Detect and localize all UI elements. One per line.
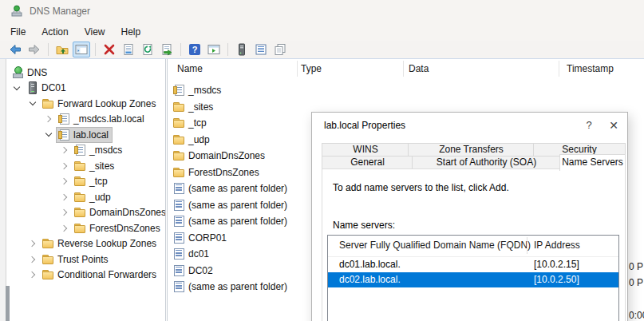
window-title: DNS Manager xyxy=(30,6,90,17)
forward-button[interactable] xyxy=(26,42,43,57)
properties-button[interactable] xyxy=(120,42,137,57)
tab-general[interactable]: General xyxy=(322,156,413,169)
console-window-button[interactable] xyxy=(205,42,223,57)
folder-icon xyxy=(41,237,54,250)
menu-help[interactable]: Help xyxy=(113,23,149,41)
column-separator[interactable] xyxy=(559,61,559,77)
tree-item-msdcs[interactable]: _msdcs xyxy=(10,143,165,159)
zone-icon xyxy=(73,144,86,157)
timestamp-fragment: 0 P xyxy=(629,261,643,272)
record-icon xyxy=(172,264,185,277)
tab-wins[interactable]: WINS xyxy=(322,143,409,157)
tab-name-servers[interactable]: Name Servers xyxy=(559,154,626,171)
timestamp-fragment: 0:00 xyxy=(629,310,644,321)
folder-icon xyxy=(172,101,185,113)
column-separator[interactable] xyxy=(297,61,298,77)
chevron-down-icon[interactable] xyxy=(41,127,56,143)
tree-item-conditional-forwarders[interactable]: Conditional Forwarders xyxy=(10,268,165,283)
column-separator[interactable] xyxy=(403,61,404,77)
title-bar: DNS Manager xyxy=(0,0,644,23)
dialog-help-button[interactable]: ? xyxy=(578,117,600,134)
export-list-button[interactable] xyxy=(158,42,176,57)
folder-icon xyxy=(41,253,54,266)
menu-file[interactable]: File xyxy=(2,23,34,41)
server-icon xyxy=(26,81,38,94)
tree-item-sites[interactable]: _sites xyxy=(10,158,165,174)
folder-icon xyxy=(172,166,185,179)
tree-item-dc01[interactable]: DC01 xyxy=(10,81,165,97)
folder-icon xyxy=(172,117,185,129)
tree-item-lab-local[interactable]: lab.local xyxy=(10,127,165,143)
menu-action[interactable]: Action xyxy=(34,23,76,41)
chevron-right-icon[interactable] xyxy=(26,236,40,252)
up-one-level-button[interactable] xyxy=(53,42,71,57)
folder-icon xyxy=(73,206,86,219)
show-console-tree-button[interactable] xyxy=(73,42,90,57)
copy-button[interactable] xyxy=(271,42,289,57)
chevron-right-icon[interactable] xyxy=(57,143,72,159)
name-servers-listbox: Server Fully Qualified Domain Name (FQDN… xyxy=(327,235,619,321)
help-button[interactable]: ? xyxy=(186,42,203,57)
list-row[interactable]: _msdcs xyxy=(168,82,644,99)
tree-item-forestdnszones[interactable]: ForestDnsZones xyxy=(10,220,165,236)
tree-item-dns-root[interactable]: DNS xyxy=(10,65,165,81)
tree-item-msdcs-lab-local[interactable]: _msdcs.lab.local xyxy=(10,112,165,128)
tree-item-udp[interactable]: _udp xyxy=(10,189,165,205)
column-header-data[interactable]: Data xyxy=(409,63,429,74)
tree-item-domaindnszones[interactable]: DomainDnsZones xyxy=(10,205,165,221)
ns-column-fqdn[interactable]: Server Fully Qualified Domain Name (FQDN… xyxy=(339,240,531,251)
toolbar-separator xyxy=(227,43,228,56)
record-icon xyxy=(172,280,185,293)
server-button[interactable] xyxy=(233,42,251,57)
column-header-type[interactable]: Type xyxy=(301,63,322,74)
folder-icon xyxy=(73,175,86,188)
notes-button[interactable] xyxy=(252,42,270,57)
chevron-right-icon[interactable] xyxy=(57,158,72,174)
tree-selection[interactable]: lab.local xyxy=(56,127,113,143)
dialog-title: lab.local Properties xyxy=(324,120,405,131)
chevron-down-icon[interactable] xyxy=(26,96,40,112)
tab-start-of-authority[interactable]: Start of Authority (SOA) xyxy=(412,156,561,169)
lab-local-properties-dialog: lab.local Properties ? ✕ WINS Zone Trans… xyxy=(311,112,628,321)
ns-row-dc01[interactable]: dc01.lab.local. [10.0.2.15] xyxy=(328,257,618,272)
tree-item-trust-points[interactable]: Trust Points xyxy=(10,252,165,268)
chevron-right-icon[interactable] xyxy=(57,174,72,190)
dns-root-icon xyxy=(11,66,24,79)
column-header-name[interactable]: Name xyxy=(177,63,203,74)
folder-icon xyxy=(73,160,86,172)
refresh-button[interactable] xyxy=(139,42,156,57)
chevron-right-icon[interactable] xyxy=(57,189,72,205)
instruction-text: To add name servers to the list, click A… xyxy=(333,182,509,193)
tree-item-reverse-lookup-zones[interactable]: Reverse Lookup Zones xyxy=(10,236,165,252)
toolbar: ? xyxy=(0,41,644,59)
dialog-close-button[interactable]: ✕ xyxy=(603,117,625,134)
chevron-right-icon[interactable] xyxy=(26,252,40,268)
zone-icon xyxy=(57,113,70,125)
chevron-right-icon[interactable] xyxy=(57,205,72,221)
ns-column-separator[interactable] xyxy=(527,237,527,254)
menu-view[interactable]: View xyxy=(77,23,113,41)
toolbar-separator xyxy=(95,43,96,56)
record-icon xyxy=(172,248,185,260)
record-icon xyxy=(172,199,185,212)
folder-icon xyxy=(73,191,86,204)
chevron-down-icon[interactable] xyxy=(10,81,24,97)
delete-button[interactable] xyxy=(101,42,118,57)
chevron-right-icon[interactable] xyxy=(26,268,40,283)
folder-icon xyxy=(41,268,54,281)
record-icon xyxy=(172,182,185,195)
back-button[interactable] xyxy=(6,42,24,57)
chevron-right-icon[interactable] xyxy=(41,112,56,128)
name-servers-tab-page: To add name servers to the list, click A… xyxy=(322,168,626,321)
tab-zone-transfers[interactable]: Zone Transfers xyxy=(408,143,535,157)
ns-column-ip[interactable]: IP Address xyxy=(534,240,580,251)
folder-icon xyxy=(172,149,185,162)
tree-item-tcp[interactable]: _tcp xyxy=(10,174,165,190)
tree-item-forward-lookup-zones[interactable]: Forward Lookup Zones xyxy=(10,96,165,112)
ns-list-header: Server Fully Qualified Domain Name (FQDN… xyxy=(328,236,618,257)
ns-row-dc02[interactable]: dc02.lab.local. [10.0.2.50] xyxy=(328,272,618,287)
column-header-timestamp[interactable]: Timestamp xyxy=(567,63,614,74)
chevron-right-icon[interactable] xyxy=(57,220,72,236)
zone-icon xyxy=(57,129,70,141)
folder-icon xyxy=(73,222,86,235)
